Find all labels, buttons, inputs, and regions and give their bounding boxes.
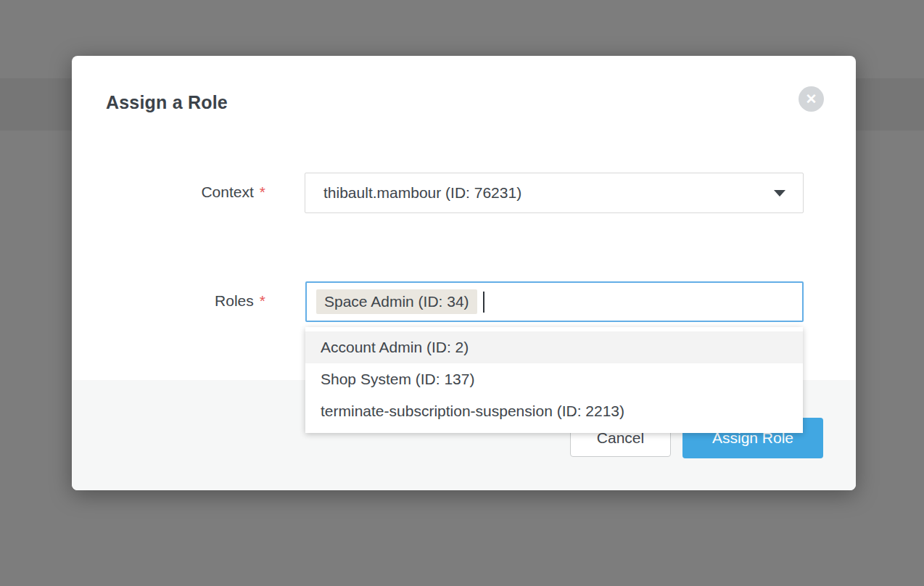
close-icon-glyph: ✕ — [806, 92, 817, 106]
selected-role-tag[interactable]: Space Admin (ID: 34) — [316, 289, 477, 314]
context-label-text: Context — [201, 183, 253, 200]
context-select-value: thibault.mambour (ID: 76231) — [323, 184, 774, 202]
page-overlay: { "modal": { "title": "Assign a Role", "… — [0, 0, 924, 586]
text-cursor — [483, 292, 484, 313]
required-asterisk: * — [260, 183, 265, 200]
dropdown-option-terminate-subscription-suspension[interactable]: terminate-subscription-suspension (ID: 2… — [305, 395, 803, 427]
roles-dropdown-list: Account Admin (ID: 2) Shop System (ID: 1… — [305, 327, 803, 433]
roles-label-text: Roles — [215, 292, 254, 309]
context-select[interactable]: thibault.mambour (ID: 76231) — [305, 173, 804, 213]
dialog-title: Assign a Role — [106, 92, 228, 113]
assign-role-dialog: Assign a Role ✕ Context* thibault.mambou… — [72, 56, 856, 490]
chevron-down-icon — [774, 190, 785, 197]
roles-field-label: Roles* — [115, 292, 265, 310]
context-field-label: Context* — [115, 183, 265, 201]
dropdown-option-shop-system[interactable]: Shop System (ID: 137) — [305, 363, 803, 395]
dropdown-option-account-admin[interactable]: Account Admin (ID: 2) — [305, 331, 803, 363]
close-icon[interactable]: ✕ — [799, 86, 824, 112]
roles-multiselect-input[interactable]: Space Admin (ID: 34) — [305, 281, 804, 322]
required-asterisk: * — [260, 292, 265, 309]
